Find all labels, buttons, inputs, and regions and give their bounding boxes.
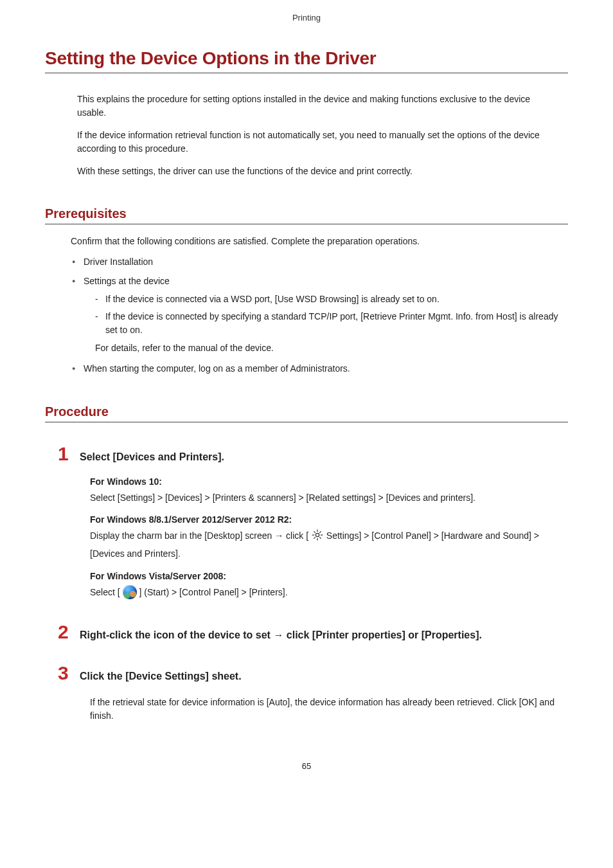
step-title: Click the [Device Settings] sheet.: [80, 671, 242, 682]
section-divider: [45, 422, 568, 422]
prereq-item: Driver Installation: [71, 255, 568, 269]
page-number: 65: [45, 761, 568, 784]
prereq-subnote: For details, refer to the manual of the …: [95, 341, 568, 355]
step-number: 1: [58, 444, 71, 464]
step-number: 3: [58, 664, 71, 683]
step1-win8-body: Display the charm bar in the [Desktop] s…: [90, 529, 568, 562]
prereq-subitem: If the device is connected by specifying…: [95, 310, 568, 337]
step-title: Select [Devices and Printers].: [80, 451, 224, 463]
page-title: Setting the Device Options in the Driver: [45, 48, 568, 69]
intro-p3: With these settings, the driver can use …: [77, 165, 555, 178]
step1-win10-body: Select [Settings] > [Devices] > [Printer…: [90, 491, 568, 506]
step1-vista-pre: Select [: [90, 587, 123, 597]
prereq-sublist: If the device is connected via a WSD por…: [95, 293, 568, 337]
step-number: 2: [58, 622, 71, 642]
intro-p2: If the device information retrieval func…: [77, 129, 555, 156]
step-2: 2 Right-click the icon of the device to …: [58, 622, 568, 642]
windows-start-orb-icon: [123, 585, 137, 599]
procedure-heading: Procedure: [45, 404, 568, 419]
prereq-item: When starting the computer, log on as a …: [71, 361, 568, 375]
step-1: 1 Select [Devices and Printers].: [58, 444, 568, 464]
svg-point-0: [315, 534, 319, 537]
gear-icon: [311, 529, 324, 547]
prerequisites-heading: Prerequisites: [45, 206, 568, 221]
step1-win8-pre: Display the charm bar in the [Desktop] s…: [90, 530, 311, 541]
step1-vista-post: ] (Start) > [Control Panel] > [Printers]…: [137, 587, 288, 597]
step-3: 3 Click the [Device Settings] sheet.: [58, 664, 568, 683]
prereq-item-label: Settings at the device: [84, 276, 170, 286]
step1-vista-body: Select [ ] (Start) > [Control Panel] > […: [90, 585, 568, 601]
step-title: Right-click the icon of the device to se…: [80, 629, 482, 641]
prereq-subitem: If the device is connected via a WSD por…: [95, 293, 568, 306]
step1-vista-heading: For Windows Vista/Server 2008:: [90, 571, 568, 581]
step1-win8-heading: For Windows 8/8.1/Server 2012/Server 201…: [90, 514, 568, 525]
header-category: Printing: [45, 13, 568, 23]
prereq-list: Driver Installation Settings at the devi…: [71, 255, 568, 376]
title-divider: [45, 73, 568, 73]
step1-win10-heading: For Windows 10:: [90, 476, 568, 487]
section-divider: [45, 224, 568, 224]
step3-body: If the retrieval state for device inform…: [90, 696, 568, 723]
prereq-item: Settings at the device If the device is …: [71, 274, 568, 355]
prereq-lead: Confirm that the following conditions ar…: [71, 235, 568, 248]
intro-p1: This explains the procedure for setting …: [77, 93, 555, 120]
